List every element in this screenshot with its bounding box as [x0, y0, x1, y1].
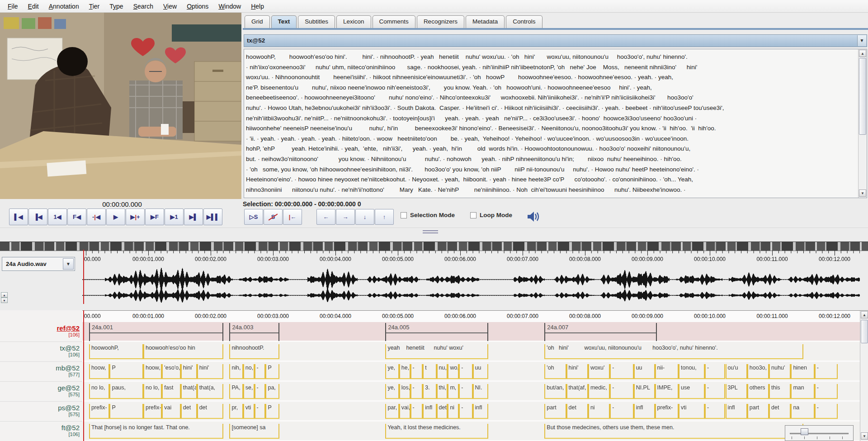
annotation-ft[interactable]: That [horse] is no longer fast. That one…: [89, 424, 223, 439]
annotation-ge[interactable]: paus,: [109, 384, 143, 399]
waveform-scroll-arrows[interactable]: ▲ ▼: [1, 292, 8, 304]
previous-scrollview-button[interactable]: ▐◀: [28, 209, 47, 225]
annotation-ge[interactable]: -: [705, 384, 726, 399]
annotation-mb[interactable]: nih,: [229, 364, 243, 379]
menu-file[interactable]: File: [3, 1, 23, 12]
zoom-slider-box[interactable]: [785, 425, 854, 441]
tab-lexicon[interactable]: Lexicon: [336, 15, 371, 28]
annotation-ge[interactable]: that(a,: [197, 384, 223, 399]
annotation-ps[interactable]: -: [610, 404, 633, 419]
annotation-tx[interactable]: nihnoohootP.: [229, 344, 279, 359]
annotation-ge[interactable]: pa,: [265, 384, 279, 399]
play-pause-button[interactable]: ▶: [106, 209, 125, 225]
annotation-ps[interactable]: det: [566, 404, 588, 419]
zoom-slider-track[interactable]: [790, 433, 849, 434]
annotation-ge[interactable]: but/an,: [544, 384, 566, 399]
annotation-mb[interactable]: nii-: [655, 364, 679, 379]
annotation-mb[interactable]: hini': [197, 364, 223, 379]
annotation-mb[interactable]: hoo3o,: [747, 364, 769, 379]
annotation-mb[interactable]: -: [459, 364, 472, 379]
annotation-ge[interactable]: no lo,: [143, 384, 162, 399]
waveform-viewer[interactable]: 00.00000:00:01.00000:00:02.00000:00:03.0…: [82, 250, 860, 304]
chevron-down-icon[interactable]: ▼: [857, 35, 866, 46]
annotation-tx[interactable]: hoowooh'eso'oo hin: [143, 344, 223, 359]
loop-mode-checkbox[interactable]: Loop Mode: [470, 212, 512, 218]
annotation-ref[interactable]: 24a.007: [544, 323, 656, 341]
frame-forward-button[interactable]: ▶F: [145, 209, 164, 225]
annotation-ps[interactable]: part: [544, 404, 566, 419]
annotation-ps[interactable]: P: [109, 404, 143, 419]
annotation-mb[interactable]: -: [815, 364, 838, 379]
annotation-ref[interactable]: 24a.001: [89, 323, 223, 341]
selection-shrink-button[interactable]: ↓: [355, 209, 374, 225]
annotation-ft[interactable]: But those medecines, others use them, th…: [544, 424, 803, 439]
annotation-ps[interactable]: pr,: [229, 404, 243, 419]
annotation-ge[interactable]: this: [769, 384, 791, 399]
annotation-ge[interactable]: -: [459, 384, 472, 399]
scroll-up-icon[interactable]: ▲: [859, 50, 866, 57]
annotation-ge[interactable]: -: [815, 384, 838, 399]
video-player[interactable]: [0, 13, 241, 199]
annotation-mb[interactable]: uu: [634, 364, 655, 379]
timeline-viewport[interactable]: 00.00000:00:01.00000:00:02.00000:00:03.0…: [82, 310, 860, 441]
annotation-tx[interactable]: hoowoohP,: [89, 344, 143, 359]
annotation-ge[interactable]: NI.PL: [634, 384, 655, 399]
selection-right-button[interactable]: →: [336, 209, 355, 225]
annotation-mb[interactable]: -: [705, 364, 726, 379]
next-scrollview-button[interactable]: ▶▌: [184, 209, 203, 225]
annotation-ps[interactable]: det: [437, 404, 448, 419]
annotation-mb[interactable]: nu,: [437, 364, 448, 379]
menu-view[interactable]: View: [158, 1, 182, 12]
pixel-left-button[interactable]: -|◀: [87, 209, 106, 225]
zoom-slider-thumb[interactable]: [801, 428, 808, 435]
annotation-mb[interactable]: hini': [566, 364, 588, 379]
go-to-begin-button[interactable]: ▌◀: [9, 209, 28, 225]
annotation-mb[interactable]: ye,: [385, 364, 399, 379]
audio-source-dropdown[interactable]: 24a Audio.wav ▼: [2, 257, 75, 271]
annotation-ps[interactable]: vai: [162, 404, 180, 419]
annotation-ps[interactable]: na: [791, 404, 814, 419]
timeline-scrollbar[interactable]: ▲ ▼: [860, 311, 868, 441]
tier-label-ft[interactable]: ft@52[106]: [0, 422, 82, 441]
annotation-mb[interactable]: hinen: [791, 364, 814, 379]
tier-label-ps[interactable]: ps@52[575]: [0, 402, 82, 422]
annotation-ps[interactable]: -: [459, 404, 472, 419]
annotation-ps[interactable]: infl: [726, 404, 747, 419]
tier-label-mb[interactable]: mb@52[577]: [0, 362, 82, 382]
annotation-ge[interactable]: no lo,: [89, 384, 110, 399]
annotation-mb[interactable]: t: [423, 364, 436, 379]
annotation-ps[interactable]: prefix-: [143, 404, 162, 419]
annotation-mb[interactable]: woxu': [588, 364, 610, 379]
annotation-ge[interactable]: IMPE,: [655, 384, 679, 399]
selection-mode-checkbox[interactable]: Selection Mode: [401, 212, 455, 218]
selection-grow-button[interactable]: ↑: [375, 209, 394, 225]
menu-options[interactable]: Options: [182, 1, 213, 12]
chevron-down-icon[interactable]: ▼: [63, 258, 74, 270]
tab-text[interactable]: Text: [271, 15, 297, 28]
annotation-mb[interactable]: hoow,: [143, 364, 162, 379]
split-pane-divider[interactable]: [0, 228, 868, 235]
annotation-ref[interactable]: 24a.005: [385, 323, 488, 341]
scroll-down-icon[interactable]: ▼: [861, 432, 868, 440]
go-to-end-button[interactable]: ▶▌▌: [203, 209, 222, 225]
annotation-mb[interactable]: nuhu': [769, 364, 791, 379]
annotation-ge[interactable]: others: [747, 384, 769, 399]
annotation-ps[interactable]: ni: [448, 404, 459, 419]
annotation-ge[interactable]: se,: [243, 384, 255, 399]
annotation-ps[interactable]: -: [815, 404, 838, 419]
annotation-ge[interactable]: -: [410, 384, 423, 399]
selection-left-button[interactable]: ←: [316, 209, 335, 225]
annotation-ge[interactable]: thi,: [437, 384, 448, 399]
annotation-ps[interactable]: det: [197, 404, 223, 419]
annotation-ps[interactable]: vti: [243, 404, 255, 419]
annotation-mb[interactable]: hoow,: [89, 364, 110, 379]
annotation-ge[interactable]: medic,: [588, 384, 610, 399]
annotation-ge[interactable]: man: [791, 384, 814, 399]
tier-label-ge[interactable]: ge@52[575]: [0, 382, 82, 402]
tab-recognizers[interactable]: Recognizers: [417, 15, 464, 28]
annotation-mb[interactable]: -: [410, 364, 423, 379]
text-viewer[interactable]: hoowoohP, hoowooh'eso'oo hini'. hini'. ·…: [244, 49, 867, 198]
annotation-mb[interactable]: ou'u: [726, 364, 747, 379]
frame-backward-button[interactable]: F◀: [67, 209, 86, 225]
annotation-tx[interactable]: yeah henetiit nuhu' woxu': [385, 344, 488, 359]
